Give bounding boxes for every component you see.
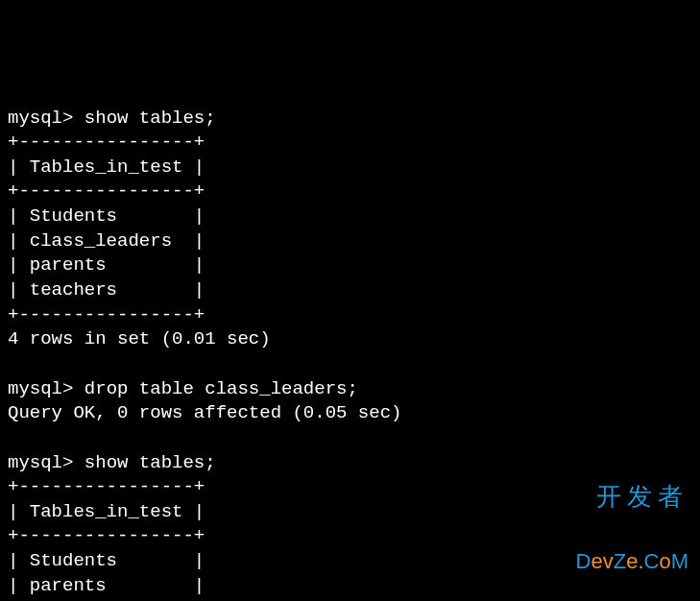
command-line-3: mysql> show tables; bbox=[8, 451, 692, 476]
mysql-prompt: mysql> bbox=[8, 378, 73, 399]
mysql-prompt: mysql> bbox=[8, 452, 73, 473]
blank-line bbox=[8, 426, 692, 451]
command-text: show tables; bbox=[84, 452, 216, 473]
command-line-2: mysql> drop table class_leaders; bbox=[8, 377, 692, 402]
table-border: +----------------+ bbox=[8, 475, 692, 500]
table-border: +----------------+ bbox=[8, 303, 692, 328]
table-header-row: | Tables_in_test | bbox=[8, 500, 692, 525]
terminal-output: mysql> show tables;+----------------+| T… bbox=[8, 107, 692, 601]
table-row: | teachers | bbox=[8, 278, 692, 303]
mysql-prompt: mysql> bbox=[8, 108, 73, 129]
table-border: +----------------+ bbox=[8, 180, 692, 204]
table-row: | class_leaders | bbox=[8, 229, 692, 254]
table-border: +----------------+ bbox=[8, 131, 692, 156]
table-row: | Students | bbox=[8, 549, 692, 574]
result-summary: 4 rows in set (0.01 sec) bbox=[8, 327, 692, 352]
blank-line bbox=[8, 352, 692, 377]
table-row: | Students | bbox=[8, 204, 692, 229]
table-row: | parents | bbox=[8, 253, 692, 278]
table-border: +----------------+ bbox=[8, 524, 692, 549]
table-header-row: | Tables_in_test | bbox=[8, 156, 692, 180]
command-text: show tables; bbox=[84, 108, 216, 129]
command-line-1: mysql> show tables; bbox=[8, 107, 692, 132]
table-row: | parents | bbox=[8, 574, 692, 599]
command-text: drop table class_leaders; bbox=[84, 378, 358, 399]
result-line: Query OK, 0 rows affected (0.05 sec) bbox=[8, 401, 692, 426]
